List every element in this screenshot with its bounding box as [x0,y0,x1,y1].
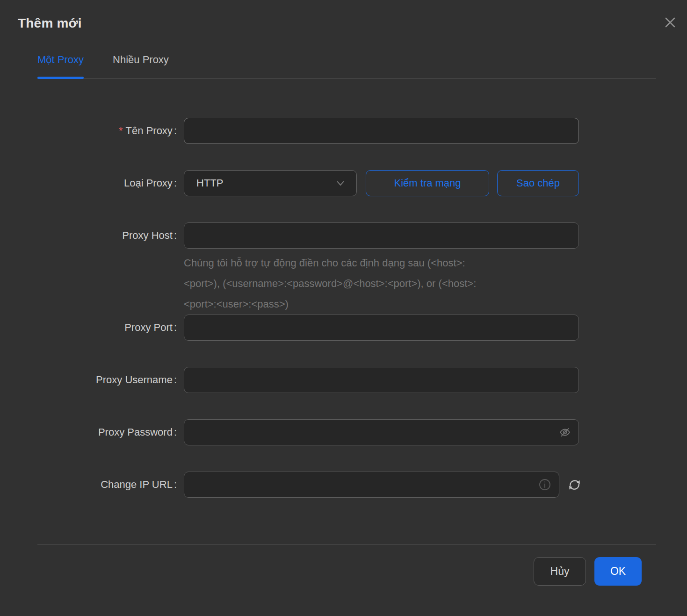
proxy-type-select[interactable]: HTTP [184,170,357,196]
tab-bar: Một Proxy Nhiều Proxy [37,49,656,79]
form-row-proxy-port: Proxy Port: [0,315,687,341]
modal-footer: Hủy OK [0,545,687,586]
refresh-icon [567,477,582,493]
proxy-port-input[interactable] [184,315,579,341]
form-row-proxy-type: Loại Proxy: HTTP Kiểm tra mạng Sao chép [0,170,687,196]
tab-multiple-proxy[interactable]: Nhiều Proxy [113,49,169,78]
eye-invisible-icon[interactable] [558,426,571,439]
proxy-host-input[interactable] [184,222,579,249]
proxy-password-label: Proxy Password: [37,419,177,445]
form-row-proxy-host: Proxy Host: Chúng tôi hỗ trợ tự động điề… [0,222,687,315]
proxy-username-input[interactable] [184,367,579,393]
tab-one-proxy[interactable]: Một Proxy [37,49,84,78]
form-row-proxy-name: *Tên Proxy: [0,118,687,144]
chevron-down-icon [335,178,346,189]
change-ip-url-label: Change IP URL: [37,472,177,498]
cancel-button[interactable]: Hủy [534,557,586,586]
proxy-host-help-text: Chúng tôi hỗ trợ tự động điền cho các đị… [184,253,579,315]
change-ip-url-input[interactable] [184,472,559,498]
close-button[interactable] [661,13,680,32]
form-row-proxy-password: Proxy Password: [0,419,687,445]
proxy-port-label: Proxy Port: [37,315,177,341]
close-icon [662,14,678,30]
modal-title: Thêm mới [18,16,82,30]
proxy-password-input[interactable] [184,419,579,445]
proxy-type-selected-value: HTTP [196,177,223,189]
copy-button[interactable]: Sao chép [497,170,579,196]
info-icon[interactable] [538,478,552,492]
check-network-button[interactable]: Kiểm tra mạng [366,170,489,196]
tab-one-proxy-label: Một Proxy [37,54,84,65]
proxy-type-label: Loại Proxy: [37,170,177,196]
ok-button[interactable]: OK [594,557,642,586]
proxy-name-input[interactable] [184,118,579,144]
proxy-form: *Tên Proxy: Loại Proxy: HTTP Kiểm tra mạ… [0,118,687,498]
required-asterisk: * [119,125,123,136]
form-row-change-ip-url: Change IP URL: [0,472,687,498]
proxy-host-label: Proxy Host: [37,222,177,249]
proxy-name-label: *Tên Proxy: [37,118,177,144]
tab-multiple-proxy-label: Nhiều Proxy [113,54,169,65]
refresh-ip-button[interactable] [567,477,582,493]
form-row-proxy-username: Proxy Username: [0,367,687,393]
proxy-username-label: Proxy Username: [37,367,177,393]
modal-header: Thêm mới [0,0,687,31]
